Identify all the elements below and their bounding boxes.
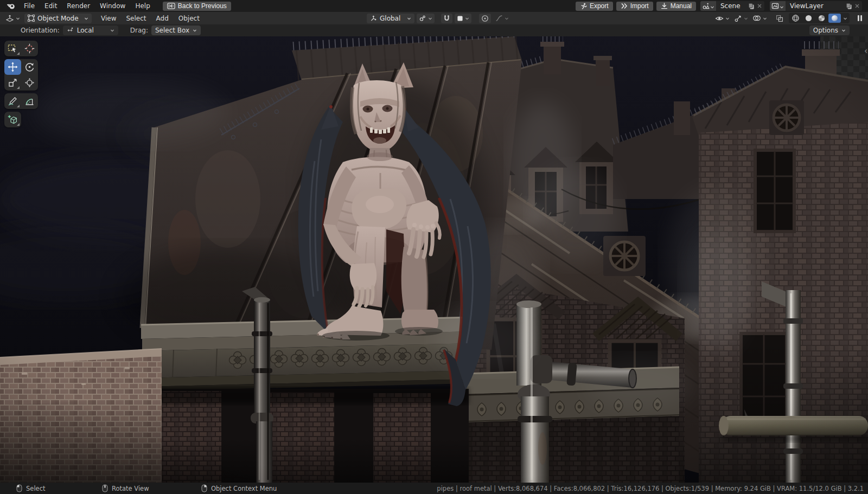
tool-column <box>4 41 38 130</box>
shading-dropdown-button[interactable] <box>841 14 849 23</box>
back-to-previous-button[interactable]: Back to Previous <box>163 2 231 11</box>
axes-icon <box>370 15 377 22</box>
shading-mode-group <box>789 13 850 23</box>
pivot-point-button[interactable] <box>417 14 435 23</box>
proportional-editing-icon <box>481 15 489 22</box>
scene-icon <box>702 2 710 10</box>
chevron-down-icon <box>110 28 114 33</box>
xray-icon <box>776 15 783 22</box>
download-icon <box>661 3 668 10</box>
left-mouse-icon <box>16 484 22 492</box>
magnet-icon <box>443 15 450 22</box>
tool-add-cube[interactable] <box>4 112 21 127</box>
duplicate-icon[interactable] <box>748 3 755 10</box>
xray-toggle-button[interactable] <box>774 14 786 23</box>
object-mode-icon <box>28 15 35 22</box>
back-arrow-icon <box>167 3 175 9</box>
visibility-button[interactable] <box>713 14 732 23</box>
hint-rotate-view-label: Rotate View <box>112 485 149 492</box>
chevron-down-icon <box>428 16 432 21</box>
person-running-icon <box>580 3 587 10</box>
shading-wireframe-button[interactable] <box>789 14 802 23</box>
overlays-icon <box>752 15 761 22</box>
pivot-point-icon <box>419 15 426 22</box>
options-label: Options <box>813 27 838 34</box>
menu-edit[interactable]: Edit <box>40 0 62 12</box>
3d-viewport[interactable]: ‹ <box>0 36 868 483</box>
manual-button[interactable]: Manual <box>656 2 696 11</box>
menu-select[interactable]: Select <box>121 12 151 24</box>
snap-target-button[interactable] <box>455 14 471 23</box>
tool-select-box[interactable] <box>4 41 21 56</box>
chevron-down-icon <box>841 28 846 33</box>
hint-context-menu-label: Object Context Menu <box>211 485 277 492</box>
shading-rendered-button[interactable] <box>828 14 841 23</box>
chevron-down-icon <box>780 1 784 11</box>
right-mouse-icon <box>201 484 207 492</box>
gizmos-button[interactable] <box>732 14 750 23</box>
tool-measure[interactable] <box>21 93 38 109</box>
shading-material-button[interactable] <box>815 14 828 23</box>
menu-view[interactable]: View <box>96 12 121 24</box>
options-dropdown[interactable]: Options <box>809 25 850 35</box>
scene-name[interactable]: Scene <box>716 2 746 10</box>
falloff-curve-icon <box>495 15 503 22</box>
hint-rotate-view: Rotate View <box>102 483 149 494</box>
tool-scale[interactable] <box>4 75 21 91</box>
chevron-down-icon <box>16 16 20 21</box>
menu-add[interactable]: Add <box>151 12 174 24</box>
viewlayer-selector: ViewLayer <box>770 1 862 11</box>
overlays-button[interactable] <box>750 14 769 23</box>
menu-help[interactable]: Help <box>130 0 155 12</box>
scene-selector: Scene <box>700 1 764 11</box>
chevron-down-icon <box>407 16 411 21</box>
mode-select[interactable]: Object Mode <box>24 14 92 23</box>
close-icon[interactable] <box>854 3 860 9</box>
blender-logo-icon[interactable] <box>3 2 19 10</box>
vignette <box>0 36 868 483</box>
proportional-editing-button[interactable] <box>479 14 491 23</box>
editor-3d-viewport-icon[interactable] <box>3 14 22 23</box>
tool-transform[interactable] <box>21 75 38 91</box>
tool-orientation-select[interactable]: Local <box>63 25 118 35</box>
drag-value: Select Box <box>155 27 189 34</box>
orientation-select-label: Global <box>380 15 404 22</box>
tool-rotate[interactable] <box>21 59 38 75</box>
tool-cursor[interactable] <box>21 41 38 56</box>
viewport-header: Object Mode View Select Add Object Globa… <box>0 12 868 24</box>
viewlayer-browse-button[interactable] <box>770 1 786 11</box>
axes-icon <box>67 27 74 34</box>
topbar: File Edit Render Window Help Back to Pre… <box>0 0 868 12</box>
menu-object[interactable]: Object <box>174 12 205 24</box>
pause-bars-icon[interactable] <box>855 14 865 23</box>
import-button[interactable]: Import <box>616 2 653 11</box>
double-chevron-icon <box>621 3 628 9</box>
close-icon[interactable] <box>757 3 762 9</box>
viewlayer-name[interactable]: ViewLayer <box>786 2 844 10</box>
menu-window[interactable]: Window <box>95 0 130 12</box>
gizmo-icon <box>734 15 742 22</box>
tool-annotate[interactable] <box>4 93 21 109</box>
tool-move[interactable] <box>4 59 21 75</box>
menu-render[interactable]: Render <box>62 0 95 12</box>
hint-context-menu: Object Context Menu <box>201 483 277 494</box>
manual-label: Manual <box>671 2 692 10</box>
orientation-select[interactable]: Global <box>367 14 414 23</box>
drag-label: Drag: <box>130 27 148 34</box>
snap-target-icon <box>457 15 463 22</box>
chevron-down-icon <box>725 16 730 21</box>
chevron-down-icon <box>710 1 714 11</box>
chevron-down-icon <box>744 16 748 21</box>
snap-toggle-button[interactable] <box>441 14 452 23</box>
sidebar-toggle-arrow[interactable]: ‹ <box>864 46 867 56</box>
hint-select: Select <box>16 483 45 494</box>
falloff-curve-button[interactable] <box>493 14 511 23</box>
back-to-previous-label: Back to Previous <box>178 2 227 10</box>
duplicate-icon[interactable] <box>846 3 852 10</box>
scene-browse-button[interactable] <box>700 1 716 11</box>
shading-solid-button[interactable] <box>802 14 815 23</box>
drag-select[interactable]: Select Box <box>151 25 201 35</box>
menu-file[interactable]: File <box>19 0 40 12</box>
statusbar: Select Rotate View Object Context Menu p… <box>0 483 868 494</box>
export-button[interactable]: Export <box>576 2 613 11</box>
